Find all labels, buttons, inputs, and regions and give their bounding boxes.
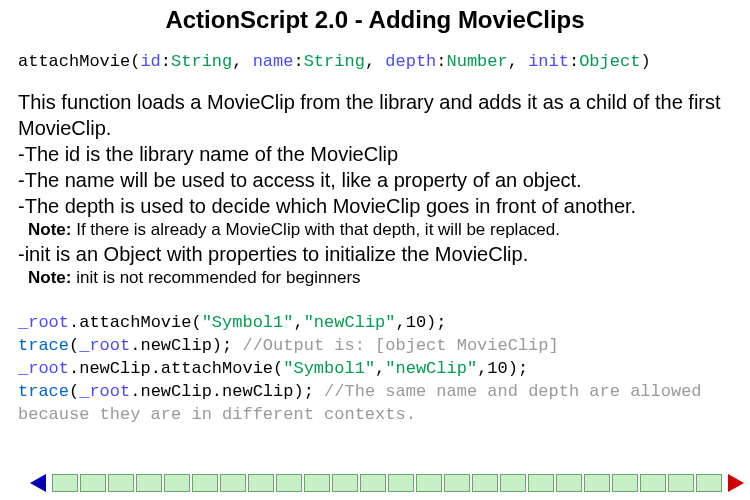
slide-slot[interactable] — [612, 474, 638, 492]
bullet-depth: -The depth is used to decide which Movie… — [18, 193, 732, 219]
note-init: Note: init is not recommended for beginn… — [18, 267, 732, 289]
slide-slot[interactable] — [556, 474, 582, 492]
slide-slot[interactable] — [248, 474, 274, 492]
sig-fn: attachMovie — [18, 52, 130, 71]
slide-slot[interactable] — [332, 474, 358, 492]
slide-slot[interactable] — [528, 474, 554, 492]
slide-slot[interactable] — [108, 474, 134, 492]
note-depth: Note: If there is already a MovieClip wi… — [18, 219, 732, 241]
bullet-id: -The id is the library name of the Movie… — [18, 141, 732, 167]
slide-slot[interactable] — [164, 474, 190, 492]
bullet-init: -init is an Object with properties to in… — [18, 241, 732, 267]
slide-slot[interactable] — [388, 474, 414, 492]
slide-slot[interactable] — [584, 474, 610, 492]
slide-slot[interactable] — [696, 474, 722, 492]
code-sample: _root.attachMovie("Symbol1","newClip",10… — [18, 289, 732, 450]
function-signature: attachMovie(id:String, name:String, dept… — [18, 52, 732, 71]
slide-slot[interactable] — [640, 474, 666, 492]
page-title: ActionScript 2.0 - Adding MovieClips — [18, 6, 732, 34]
intro-text: This function loads a MovieClip from the… — [18, 89, 732, 141]
slide-slot[interactable] — [80, 474, 106, 492]
slide-content: ActionScript 2.0 - Adding MovieClips att… — [0, 0, 750, 450]
slide-slot[interactable] — [472, 474, 498, 492]
next-arrow-icon[interactable] — [728, 474, 744, 492]
slide-slot[interactable] — [276, 474, 302, 492]
slide-slot[interactable] — [192, 474, 218, 492]
slide-slots — [52, 474, 722, 492]
slide-slot[interactable] — [220, 474, 246, 492]
slide-slot[interactable] — [52, 474, 78, 492]
slide-slot[interactable] — [304, 474, 330, 492]
bullet-name: -The name will be used to access it, lik… — [18, 167, 732, 193]
slide-slot[interactable] — [360, 474, 386, 492]
slide-slot[interactable] — [416, 474, 442, 492]
slide-slot[interactable] — [136, 474, 162, 492]
description: This function loads a MovieClip from the… — [18, 89, 732, 289]
slide-slot[interactable] — [500, 474, 526, 492]
slide-nav — [0, 474, 750, 492]
slide-slot[interactable] — [668, 474, 694, 492]
prev-arrow-icon[interactable] — [30, 474, 46, 492]
slide-slot[interactable] — [444, 474, 470, 492]
